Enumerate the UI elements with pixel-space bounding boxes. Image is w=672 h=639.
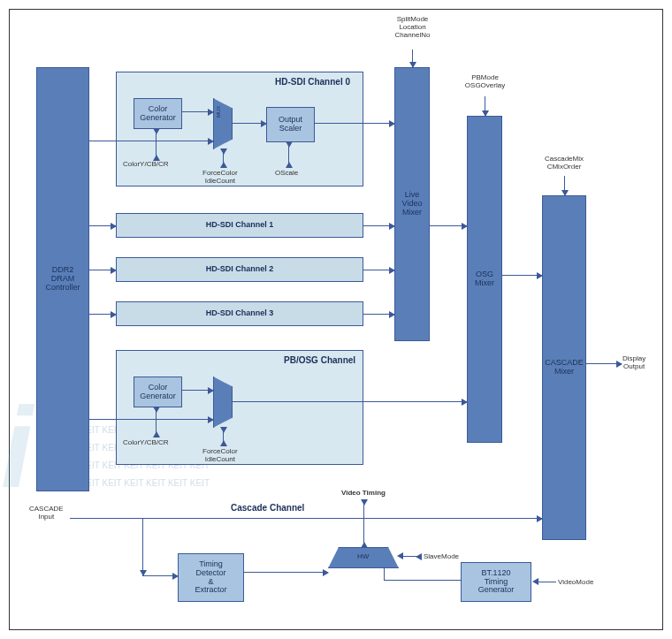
arr-colorgen-mux (182, 111, 213, 112)
forcecolor-arrow (223, 149, 224, 167)
videomode-label: VideoMode (558, 578, 593, 586)
ddr2-dram-controller: DDR2 DRAM Controller (36, 67, 89, 491)
output-scaler: Output Scaler (266, 107, 315, 142)
arr-display-out (586, 363, 622, 364)
cascademixer-label: CASCADE Mixer (545, 359, 584, 377)
arr-to-timingdet (142, 575, 178, 576)
arr-timingdet-hw (244, 572, 328, 573)
arr-ch2-out (363, 270, 394, 270)
bt1120-generator: BT.1120 Timing Generator (461, 562, 531, 602)
livemixer-label: Live Video Mixer (402, 191, 423, 217)
pbosg-title: PB/OSG Channel (284, 355, 355, 365)
arr-cascade-input (70, 518, 542, 519)
arr-ddr-ch1 (89, 225, 116, 226)
bt1120-label: BT.1120 Timing Generator (478, 569, 515, 596)
arr-ddr-ch3 (89, 314, 116, 315)
hdsdi-ch3: HD-SDI Channel 3 (116, 301, 363, 326)
cascademix-arrow (564, 176, 565, 195)
cascade-mixer: CASCADE Mixer (542, 195, 586, 540)
mux-0-label: MUX (216, 106, 221, 118)
ch3-label: HD-SDI Channel 3 (206, 309, 274, 318)
arr-live-osg (430, 225, 467, 226)
forcecolor2-label: ForceColor IdleCount (202, 447, 238, 463)
arr-ch3-out (363, 314, 394, 315)
hw-label: HW (357, 552, 369, 560)
cascademix-label: CascadeMix CMixOrder (537, 155, 592, 171)
splitmode-label: SplitMode Location ChannelNo (388, 15, 437, 39)
arr-pbosg-out (233, 401, 467, 402)
arr-ddr-ch0 (89, 141, 213, 141)
timing-detector: Timing Detector & Extractor (178, 553, 244, 602)
hdsdi-ch1: HD-SDI Channel 1 (116, 213, 363, 238)
timingdet-label: Timing Detector & Extractor (195, 560, 226, 596)
display-output-label: Display Output (622, 354, 645, 370)
ch1-label: HD-SDI Channel 1 (206, 221, 274, 230)
videotiming-arrow (363, 500, 364, 547)
cascade-input-label: CASCADE Input (29, 505, 64, 521)
colorycbcr-label: ColorY/CB/CR (123, 160, 169, 168)
osg-mixer: OSG Mixer (467, 116, 502, 443)
arr-ddr-pbosg (89, 419, 213, 420)
arr-osg-cascade (502, 275, 542, 276)
slavemode-label: SlaveMode (424, 552, 459, 560)
outscaler-label: Output Scaler (279, 116, 302, 133)
arr-scaler-out (315, 123, 394, 124)
hdsdi-ch2: HD-SDI Channel 2 (116, 257, 363, 282)
colorgen2-label: Color Generator (140, 384, 176, 401)
ch2-label: HD-SDI Channel 2 (206, 265, 274, 274)
oscale-arrow (288, 142, 289, 167)
oscale-label: OScale (275, 169, 298, 177)
cascade-channel-label: Cascade Channel (231, 503, 304, 513)
pbmode-arrow (485, 96, 485, 116)
pbmode-label: PBMode OSGOverlay (461, 73, 509, 89)
osgmixer-label: OSG Mixer (475, 270, 494, 288)
branch-to-timing (142, 518, 143, 575)
videotiming-label: Video Timing (341, 489, 386, 497)
forcecolor2-arrow (223, 428, 224, 445)
forcecolor-label: ForceColor IdleCount (202, 169, 238, 185)
arr-colorgen2-mux (182, 390, 213, 391)
live-video-mixer: Live Video Mixer (394, 67, 430, 341)
hdsdi-ch0-title: HD-SDI Channel 0 (275, 77, 350, 87)
colorycbcr2-arrow (156, 407, 157, 437)
color-generator-0: Color Generator (134, 98, 182, 129)
splitmode-arrow (412, 49, 413, 67)
color-generator-2: Color Generator (134, 377, 182, 407)
colorgen-label: Color Generator (140, 105, 176, 123)
ddr2-label: DDR2 DRAM Controller (45, 266, 80, 293)
arr-mux-scaler (233, 123, 266, 124)
colorycbcr-arrow (156, 129, 157, 160)
arr-ddr-ch2 (89, 270, 116, 270)
arr-ch1-out (363, 225, 394, 226)
colorycbcr2-label: ColorY/CB/CR (123, 438, 169, 446)
